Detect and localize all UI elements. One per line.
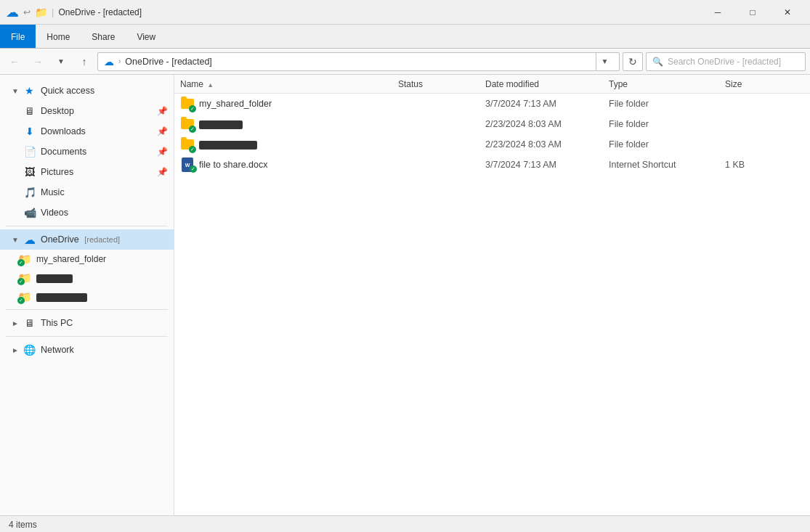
file-date: 3/7/2024 7:13 AM [485,99,609,109]
undo-icon: ↩ [23,7,31,17]
column-size[interactable]: Size [725,79,783,89]
sidebar-label [36,292,168,302]
column-date[interactable]: Date modified [485,79,609,89]
file-type: File folder [609,99,725,109]
file-name [199,139,398,150]
pin-icon: 📌 [157,106,168,116]
music-icon: 🎵 [23,186,36,199]
address-bar: ← → ▼ ↑ ☁ › OneDrive - [redacted] ▼ ↻ 🔍 … [0,49,810,75]
sidebar-item-downloads[interactable]: ⬇ Downloads 📌 [0,121,174,142]
sidebar-item-redacted1[interactable]: 📁 ✓ [0,269,174,287]
file-name: my_shared_folder [199,99,398,109]
sidebar-label: Network [41,345,168,355]
sidebar-item-my-shared-folder[interactable]: 📁 ✓ my_shared_folder [0,250,174,269]
table-row[interactable]: ✓ my_shared_folder 3/7/2024 7:13 AM File… [174,94,810,114]
tab-home[interactable]: Home [36,25,81,48]
sidebar-item-onedrive[interactable]: ▼ ☁ OneDrive [redacted] [0,229,174,250]
sidebar-label: Videos [41,208,168,218]
sidebar-item-this-pc[interactable]: ► 🖥 This PC [0,313,174,333]
chevron-icon: ► [12,319,19,327]
file-type: File folder [609,119,725,129]
this-pc-icon: 🖥 [23,316,36,330]
chevron-down-icon: ▼ [12,236,19,244]
pin-icon: 📌 [157,147,168,157]
address-dropdown[interactable]: ▼ [596,52,613,71]
file-list: ✓ my_shared_folder 3/7/2024 7:13 AM File… [174,94,810,515]
onedrive-titlebar-icon: ☁ [6,4,19,20]
up-button[interactable]: ↑ [74,52,94,72]
tab-file[interactable]: File [0,25,36,48]
file-name-cell: ✓ my_shared_folder [180,97,398,111]
item-count: 4 items [9,520,37,530]
sidebar: ▼ ★ Quick access 🖥 Desktop 📌 ⬇ Downloads… [0,75,174,515]
window-title: OneDrive - [redacted] [58,7,697,17]
file-date: 2/23/2024 8:03 AM [485,139,609,150]
file-name [199,119,398,129]
chevron-right-icon: ▼ [12,87,19,95]
file-type: Internet Shortcut [609,160,725,170]
refresh-button[interactable]: ↻ [623,52,643,71]
sidebar-label: my_shared_folder [36,254,168,264]
titlebar-separator: | [52,7,54,17]
back-button[interactable]: ← [4,52,25,72]
title-bar: ☁ ↩ 📁 | OneDrive - [redacted] ─ □ ✕ [0,0,810,25]
table-row[interactable]: ✓ 2/23/2024 8:03 AM File folder [174,134,810,155]
desktop-icon: 🖥 [23,105,36,118]
network-icon: 🌐 [23,343,36,356]
sidebar-label: Documents [41,147,153,157]
folder-titlebar-icon: 📁 [35,7,47,18]
minimize-button[interactable]: ─ [701,0,734,25]
address-path[interactable]: ☁ › OneDrive - [redacted] ▼ [97,52,620,71]
pin-icon: 📌 [157,126,168,136]
sidebar-label: Downloads [41,126,153,136]
videos-icon: 📹 [23,206,36,219]
forward-button[interactable]: → [28,52,48,72]
table-row[interactable]: W ✓ file to share.docx 3/7/2024 7:13 AM … [174,155,810,175]
search-placeholder: Search OneDrive - [redacted] [668,57,781,67]
sidebar-item-pictures[interactable]: 🖼 Pictures 📌 [0,162,174,182]
file-date: 3/7/2024 7:13 AM [485,160,609,170]
status-bar: 4 items [0,515,810,532]
sidebar-item-network[interactable]: ► 🌐 Network [0,340,174,360]
file-icon: ✓ [180,117,195,131]
sidebar-item-quick-access[interactable]: ▼ ★ Quick access [0,81,174,101]
sidebar-label: Pictures [41,167,153,177]
maximize-button[interactable]: □ [736,0,769,25]
column-status[interactable]: Status [398,79,485,89]
table-row[interactable]: ✓ 2/23/2024 8:03 AM File folder [174,114,810,134]
file-name: file to share.docx [199,160,398,170]
recent-locations-button[interactable]: ▼ [51,52,71,72]
tab-share[interactable]: Share [81,25,126,48]
sidebar-label: OneDrive [redacted] [41,234,168,245]
main-content: ▼ ★ Quick access 🖥 Desktop 📌 ⬇ Downloads… [0,75,810,515]
sort-icon: ▲ [207,81,214,89]
onedrive-folder-icon: 📁 ✓ [17,290,32,304]
sidebar-item-documents[interactable]: 📄 Documents 📌 [0,142,174,162]
column-type[interactable]: Type [609,79,725,89]
sidebar-item-desktop[interactable]: 🖥 Desktop 📌 [0,101,174,121]
window-controls: ─ □ ✕ [701,0,804,25]
file-icon: ✓ [180,97,195,111]
onedrive-icon: ☁ [23,233,36,246]
chevron-icon: ► [12,346,19,354]
onedrive-folder-icon: 📁 ✓ [17,253,32,266]
sidebar-label: This PC [41,318,168,328]
tab-view[interactable]: View [126,25,166,48]
sidebar-divider3 [6,336,168,337]
sidebar-item-music[interactable]: 🎵 Music [0,182,174,202]
path-separator: › [118,57,121,65]
documents-icon: 📄 [23,145,36,158]
column-name[interactable]: Name ▲ [180,79,398,89]
sidebar-item-redacted2[interactable]: 📁 ✓ [0,287,174,306]
quick-access-icon: ★ [23,84,36,97]
close-button[interactable]: ✕ [771,0,804,25]
cloud-icon: ☁ [104,56,114,67]
sidebar-item-label: Quick access [41,86,168,96]
search-box[interactable]: 🔍 Search OneDrive - [redacted] [646,52,806,71]
pictures-icon: 🖼 [23,165,36,179]
sidebar-label: Music [41,187,168,197]
sidebar-item-videos[interactable]: 📹 Videos [0,202,174,223]
onedrive-folder-icon: 📁 ✓ [17,271,32,285]
file-size: 1 KB [725,160,783,170]
ribbon: File Home Share View [0,25,810,49]
